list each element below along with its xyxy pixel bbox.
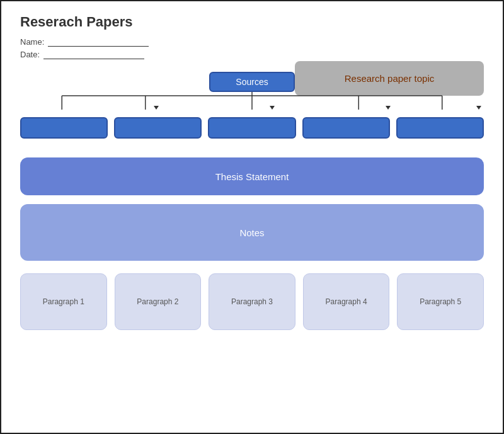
paragraph-4-label: Paragraph 4: [326, 297, 367, 306]
paragraph-1[interactable]: Paragraph 1: [20, 273, 107, 330]
paragraph-2-label: Paragraph 2: [137, 297, 178, 306]
paragraph-5[interactable]: Paragraph 5: [397, 273, 484, 330]
paragraph-4[interactable]: Paragraph 4: [303, 273, 390, 330]
paragraph-3[interactable]: Paragraph 3: [209, 273, 295, 330]
date-input[interactable]: [43, 49, 144, 59]
notes-box[interactable]: Notes: [20, 204, 484, 261]
sources-section: Sources: [20, 72, 484, 139]
paragraph-2[interactable]: Paragraph 2: [115, 273, 202, 330]
svg-marker-10: [386, 106, 391, 110]
paragraph-1-label: Paragraph 1: [43, 297, 84, 306]
name-label: Name:: [20, 37, 44, 47]
page-title: Reserach Papers: [20, 14, 484, 30]
source-child-3[interactable]: [208, 117, 295, 139]
name-input[interactable]: [48, 37, 149, 47]
paragraphs-row: Paragraph 1 Paragraph 2 Paragraph 3 Para…: [20, 273, 484, 330]
thesis-label: Thesis Statement: [215, 171, 289, 182]
sources-button[interactable]: Sources: [209, 72, 294, 92]
svg-marker-8: [154, 106, 159, 110]
source-child-5[interactable]: [396, 117, 484, 139]
svg-marker-9: [270, 106, 275, 110]
svg-marker-11: [476, 106, 481, 110]
source-child-1[interactable]: [20, 117, 108, 139]
thesis-box: Thesis Statement: [20, 157, 484, 195]
sources-children: [20, 117, 484, 139]
notes-label: Notes: [239, 227, 264, 238]
date-label: Date:: [20, 50, 40, 59]
paragraph-3-label: Paragraph 3: [231, 297, 273, 306]
source-child-4[interactable]: [302, 117, 390, 139]
source-child-2[interactable]: [114, 117, 202, 139]
sources-label: Sources: [236, 77, 268, 87]
paragraph-5-label: Paragraph 5: [420, 297, 461, 306]
